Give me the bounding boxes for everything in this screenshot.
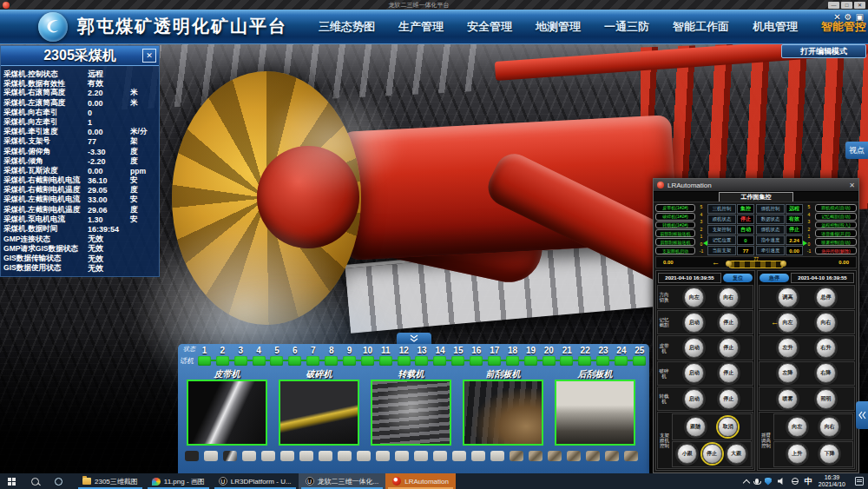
hidden-icons-chevron-icon[interactable]	[743, 479, 750, 486]
nav-item[interactable]: 三维态势图	[319, 19, 375, 35]
taskbar-search-button[interactable]	[23, 473, 47, 489]
strip-thumb[interactable]	[242, 451, 256, 461]
strip-thumb[interactable]	[319, 451, 332, 461]
round-control-button[interactable]: 左升	[778, 338, 798, 358]
taskbar-clock[interactable]: 16:39 2021/4/10	[819, 474, 845, 488]
strip-thumb[interactable]	[204, 451, 218, 461]
mode-button[interactable]: 跟机模式(自动)	[815, 204, 857, 212]
strip-thumb[interactable]	[510, 451, 523, 461]
camera-thumb[interactable]: 后刮板机	[555, 368, 635, 446]
nav-item[interactable]: 机电管理	[753, 19, 798, 35]
strip-thumb[interactable]	[490, 451, 504, 461]
device-control-button[interactable]: 破碎机(1#2#)	[655, 213, 695, 221]
round-control-button[interactable]: 停止	[719, 313, 739, 333]
strip-thumb[interactable]	[414, 451, 428, 461]
strip-thumb[interactable]	[605, 451, 619, 461]
round-control-button[interactable]: 大跟	[727, 444, 746, 464]
round-control-button[interactable]: 启动	[684, 389, 704, 409]
round-control-button[interactable]: 小跟	[677, 444, 697, 464]
round-control-button[interactable]: 总停	[816, 287, 836, 307]
nav-item[interactable]: 安全管理	[467, 19, 512, 35]
nav-item[interactable]: 一通三防	[604, 19, 649, 35]
strip-thumb[interactable]	[338, 451, 352, 461]
collapse-right-tab[interactable]	[856, 401, 868, 429]
device-control-button[interactable]: 后部刮板输送机	[655, 238, 695, 246]
strip-thumb[interactable]	[433, 451, 447, 461]
taskbar-app[interactable]: U龙软二三维一体化...	[299, 473, 386, 489]
camera-thumb[interactable]: 转载机	[371, 368, 451, 446]
tools-close-icon[interactable]: ✕	[833, 12, 840, 22]
strip-thumb[interactable]	[548, 451, 562, 461]
edit-mode-button[interactable]: 打开编辑模式	[781, 44, 866, 58]
lr-close-button[interactable]: ✕	[849, 182, 855, 189]
network-icon[interactable]	[792, 478, 799, 485]
ime-indicator[interactable]: 中	[805, 476, 812, 487]
round-control-button[interactable]: 停止	[719, 363, 739, 383]
reset-button[interactable]: 复位	[723, 274, 753, 282]
round-control-button[interactable]: 右降	[816, 363, 836, 383]
device-control-button[interactable]: 前部刮板输送机	[655, 229, 695, 237]
mode-button[interactable]: 远程控制(投入)	[815, 221, 857, 229]
device-control-button[interactable]: 皮带机(1#2#)	[655, 204, 695, 212]
round-control-button[interactable]: 向左	[787, 417, 807, 437]
round-control-button[interactable]: 取消	[718, 417, 738, 437]
lr-titlebar[interactable]: LRAutomation ✕	[654, 179, 858, 192]
round-control-button[interactable]: 下降	[819, 444, 839, 464]
strip-thumb[interactable]	[376, 451, 390, 461]
window-mode-icon[interactable]: ▣	[856, 12, 864, 22]
taskbar-app[interactable]: ULR3DPlatform - U...	[212, 473, 299, 489]
round-control-button[interactable]: 启动	[684, 338, 704, 358]
round-control-button[interactable]: 向右	[719, 287, 739, 307]
mode-button[interactable]: 急停闭锁(解除)	[815, 247, 857, 254]
close-button[interactable]: ✕	[854, 2, 865, 9]
round-control-button[interactable]: 左降	[778, 363, 798, 383]
round-control-button[interactable]: 喷雾	[778, 389, 798, 409]
round-control-button[interactable]: 停止	[719, 338, 739, 358]
round-control-button[interactable]: 向左	[778, 313, 798, 333]
round-control-button[interactable]: 跟随	[686, 417, 706, 437]
camera-feed[interactable]	[555, 380, 635, 446]
round-control-button[interactable]: 启动	[684, 313, 704, 333]
nav-item[interactable]: 智能工作面	[673, 19, 729, 35]
maximize-button[interactable]: □	[841, 2, 852, 9]
device-control-button[interactable]: 支架跟机启动	[655, 247, 695, 254]
security-shield-icon[interactable]	[765, 478, 772, 486]
strip-thumb[interactable]	[299, 451, 313, 461]
settings-gear-icon[interactable]: ⚙	[845, 12, 852, 22]
nav-item[interactable]: 生产管理	[398, 19, 444, 35]
round-control-button[interactable]: 右升	[816, 338, 836, 358]
camera-feed[interactable]	[187, 380, 267, 446]
round-control-button[interactable]: 照明	[816, 389, 836, 409]
action-center-icon[interactable]	[855, 477, 864, 486]
strip-thumb[interactable]	[261, 451, 275, 461]
mode-button[interactable]: 语音播报(开启)	[815, 229, 857, 237]
device-control-button[interactable]: 转载机(1#2#)	[655, 221, 695, 229]
round-control-button[interactable]: 停止	[719, 389, 739, 409]
mode-button[interactable]: 喷雾控制(自动)	[815, 238, 857, 246]
camera-thumb[interactable]: 皮带机	[187, 368, 267, 446]
start-button[interactable]	[0, 473, 23, 489]
taskbar-app[interactable]: 2305三维截图	[76, 473, 145, 489]
strip-thumb[interactable]	[567, 451, 581, 461]
round-control-button[interactable]: 向右	[816, 313, 836, 333]
workface-control-tab[interactable]: 工作面集控	[719, 192, 793, 202]
panel-close-button[interactable]: ✕	[142, 49, 156, 63]
cortana-button[interactable]	[47, 473, 70, 489]
taskbar-app[interactable]: LRAutomation	[385, 473, 456, 489]
camera-thumb[interactable]: 破碎机	[279, 368, 359, 446]
strip-thumb[interactable]	[280, 451, 294, 461]
nav-item[interactable]: 地测管理	[536, 19, 581, 35]
strip-thumb[interactable]	[624, 451, 638, 461]
camera-feed[interactable]	[279, 380, 359, 446]
strip-thumb[interactable]	[185, 451, 199, 461]
strip-thumb[interactable]	[586, 451, 600, 461]
strip-thumb[interactable]	[357, 451, 371, 461]
round-control-button[interactable]: 上升	[787, 444, 807, 464]
taskbar-app[interactable]: 11.png - 画图	[145, 473, 212, 489]
round-control-button[interactable]: 停止	[702, 444, 722, 464]
round-control-button[interactable]: 向右	[819, 417, 839, 437]
strip-thumb[interactable]	[223, 451, 237, 461]
minimize-button[interactable]: —	[828, 2, 839, 9]
estop-button[interactable]: 急停	[760, 274, 789, 282]
camera-thumb[interactable]: 前刮板机	[463, 368, 543, 446]
